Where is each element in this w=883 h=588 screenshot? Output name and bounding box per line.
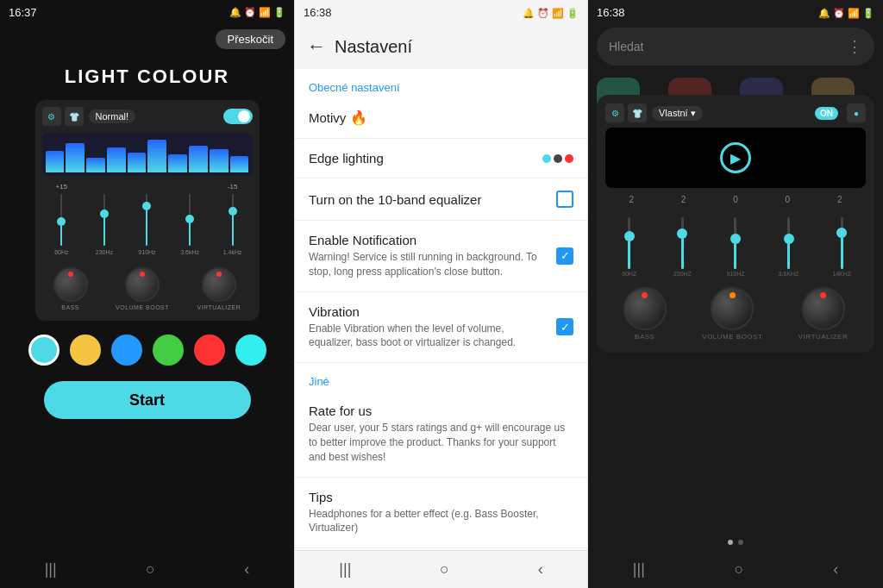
dot-red (565, 154, 573, 163)
dot-grey-1 (554, 154, 562, 163)
eq-bar-1 (46, 151, 65, 172)
eq-visualizer (42, 133, 253, 176)
eq-track-4[interactable] (189, 194, 191, 246)
eq-knob-bass: BASS (53, 267, 88, 310)
eq-card-slider-1: 60HZ (605, 217, 654, 277)
nav3-back-icon[interactable]: ‹ (833, 560, 838, 579)
setting-edge-lighting[interactable]: Edge lighting (295, 139, 587, 178)
swatch-green[interactable] (153, 335, 184, 366)
eq-slider-col-1: +15 60Hz (42, 183, 82, 255)
nav-back-icon[interactable]: ‹ (244, 560, 249, 579)
nav3-recent-icon[interactable]: ||| (633, 560, 645, 579)
swatch-red[interactable] (194, 335, 225, 366)
setting-notification-desc: Warning! Service is still running in bac… (309, 250, 548, 279)
swatch-cyan[interactable] (28, 335, 59, 366)
swatch-yellow[interactable] (70, 335, 101, 366)
eq-track-2[interactable] (103, 194, 105, 246)
skip-button[interactable]: Přeskočit (216, 29, 285, 49)
nav2-back-icon[interactable]: ‹ (538, 560, 543, 579)
eq-card-knob-virt-dial[interactable] (802, 287, 845, 330)
eq-preset-button[interactable]: Normal! (89, 109, 136, 123)
nav-recent-icon[interactable]: ||| (45, 560, 57, 579)
eq-card-track-1[interactable] (628, 217, 630, 269)
vibration-control[interactable]: ✓ (556, 318, 573, 335)
eq-card-track-5[interactable] (841, 217, 843, 269)
nav3-home-icon[interactable]: ○ (735, 560, 744, 579)
eq-card-knob-volume-dial[interactable] (711, 287, 754, 330)
eq-toggle[interactable] (223, 109, 253, 124)
eq-slider-col-2: 230Hz (85, 194, 124, 255)
dot-nav-1[interactable] (728, 540, 733, 545)
eq-theme-icon[interactable]: 👕 (65, 107, 84, 126)
eq-card-freq-5: 14KHZ (832, 271, 851, 277)
notification-control[interactable]: ✓ (556, 247, 573, 265)
nav2-home-icon[interactable]: ○ (440, 560, 449, 579)
setting-vibration[interactable]: Vibration Enable Vibration when the leve… (295, 292, 587, 364)
10band-checkbox[interactable] (556, 191, 573, 208)
eq-track-3[interactable] (146, 194, 147, 246)
back-button[interactable]: ← (307, 35, 326, 58)
eq-num-3: 0 (733, 195, 738, 204)
eq-card-settings-icon[interactable]: ⚙ (605, 103, 624, 122)
vibration-checkbox[interactable]: ✓ (556, 318, 573, 335)
more-icon[interactable]: ⋮ (847, 37, 862, 56)
eq-card-numbers: 2 2 0 0 2 (605, 195, 866, 204)
panel-settings: 16:38 🔔 ⏰ 📶 🔋 ← Nastavení Obecné nastave… (294, 0, 588, 588)
eq-card-knob-virt-indicator (820, 292, 826, 298)
eq-top-bar: ⚙ 👕 Normal! (42, 107, 253, 126)
eq-card-track-4[interactable] (787, 217, 790, 269)
play-button[interactable]: ▶ (720, 142, 751, 173)
eq-card-knob-virt: VIRTUALIZER (798, 287, 848, 341)
nav-bar-3: ||| ○ ‹ (588, 550, 883, 588)
search-bar[interactable]: Hledat ⋮ (597, 28, 874, 66)
eq-toggle-knob (238, 110, 250, 122)
setting-motivy[interactable]: Motivy 🔥 (295, 97, 587, 139)
panel-player: 16:38 🔔 ⏰ 📶 🔋 Hledat ⋮ ⚙ 👕 (588, 0, 883, 588)
eq-card-knob-bass-indicator (642, 292, 648, 298)
eq-slider-col-5: -15 1.4kHz (213, 183, 253, 255)
notification-checkbox[interactable]: ✓ (556, 247, 573, 265)
dot-nav-2[interactable] (738, 540, 743, 545)
setting-vibration-desc: Enable Vibration when the level of volum… (309, 322, 548, 351)
setting-10band[interactable]: Turn on the 10-band equalizer (295, 178, 587, 221)
eq-knob-volume-dial[interactable] (125, 267, 160, 302)
eq-settings-icon[interactable]: ⚙ (42, 107, 61, 126)
edge-lighting-control[interactable] (542, 154, 573, 163)
nav2-recent-icon[interactable]: ||| (339, 560, 351, 579)
eq-icons: ⚙ 👕 (42, 107, 84, 126)
eq-card-slider-5: 14KHZ (817, 217, 866, 277)
setting-motivy-text: Motivy 🔥 (309, 109, 573, 126)
eq-track-5[interactable] (232, 194, 234, 246)
panel-light-colour: 16:37 🔔 ⏰ 📶 🔋 Přeskočit LIGHT COLOUR ⚙ 👕… (0, 0, 294, 588)
eq-knob-volume: VOLUME BOOST (116, 267, 169, 310)
start-button[interactable]: Start (44, 381, 251, 419)
10band-control[interactable] (556, 191, 573, 208)
section-general-label: Obecné nastavení (295, 69, 587, 97)
swatch-blue[interactable] (111, 335, 142, 366)
status-bar-3: 16:38 🔔 ⏰ 📶 🔋 (588, 0, 883, 24)
eq-card-extra-icon[interactable]: ● (847, 103, 866, 122)
eq-card-preset-button[interactable]: Vlastní ▾ (652, 106, 703, 121)
eq-card-track-3[interactable] (734, 217, 736, 269)
status-icons-1: 🔔 ⏰ 📶 🔋 (229, 7, 285, 18)
eq-bar-2 (66, 143, 85, 172)
eq-card-knob-bass-dial[interactable] (623, 287, 667, 330)
search-text[interactable]: Hledat (609, 40, 840, 53)
time-2: 16:38 (304, 6, 332, 19)
eq-knob-virtualizer-dial[interactable] (202, 267, 236, 302)
setting-rate[interactable]: Rate for us Dear user, your 5 stars rati… (295, 391, 587, 477)
eq-num-5: 2 (837, 195, 842, 204)
eq-card-toggle[interactable]: ON (815, 107, 838, 120)
eq-freq-5: 1.4kHz (223, 249, 242, 255)
eq-card-track-2[interactable] (681, 217, 684, 269)
swatch-teal[interactable] (235, 335, 266, 366)
eq-bar-9 (210, 149, 229, 172)
eq-val-1: +15 (56, 183, 68, 191)
setting-tips[interactable]: Tips Headphones for a better effect (e.g… (295, 478, 587, 549)
eq-card-theme-icon[interactable]: 👕 (628, 103, 647, 122)
nav-home-icon[interactable]: ○ (146, 560, 155, 579)
eq-knob-bass-dial[interactable] (53, 267, 88, 302)
eq-track-1[interactable] (60, 194, 62, 246)
setting-notification-title: Enable Notification (309, 233, 548, 247)
setting-notification[interactable]: Enable Notification Warning! Service is … (295, 221, 587, 292)
